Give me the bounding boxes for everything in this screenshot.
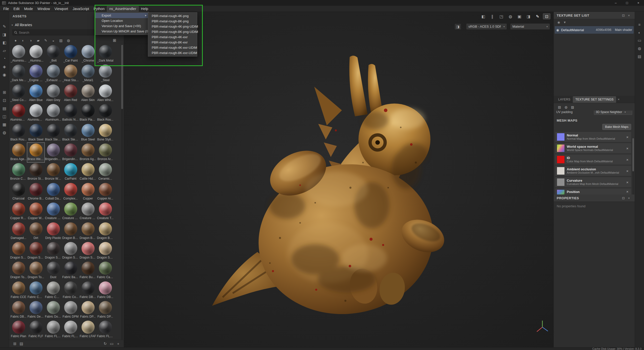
polygon-fill-tool-icon[interactable]: ▱ — [1, 47, 8, 54]
menu-option-export[interactable]: Export▶ — [95, 13, 149, 18]
remove-mesh-map-icon[interactable]: × — [625, 146, 630, 151]
asset-item[interactable]: _Belt — [45, 44, 62, 64]
asset-item[interactable]: Black Plastic — [79, 103, 97, 123]
asset-item[interactable]: Fabric Dob... — [45, 300, 62, 320]
asset-item[interactable]: Alien Blue — [27, 84, 45, 103]
filter-sets-icon[interactable]: ▼ — [562, 20, 568, 25]
asset-item[interactable]: Fabric CCE... — [45, 281, 62, 300]
assets-scrollbar-thumb[interactable] — [121, 45, 123, 109]
asset-item[interactable]: Fabric DB... — [10, 300, 27, 320]
remove-mesh-map-icon[interactable]: × — [625, 158, 630, 162]
mesh-map-id[interactable]: IDColor Map from Mesh DefaultMaterial× — [555, 155, 631, 165]
asset-item[interactable]: Black Steel... — [62, 123, 79, 143]
tab-texture-set-settings[interactable]: TEXTURE SET SETTINGS — [573, 96, 616, 103]
clone-tool-icon[interactable]: ◈ — [1, 63, 8, 70]
alphas-filter-icon[interactable]: ◒ — [50, 37, 57, 43]
eraser-tool-icon[interactable]: ◨ — [1, 31, 8, 38]
shading-mode-dropdown[interactable]: Material ▾ — [510, 23, 550, 30]
asset-item[interactable]: Fabric CCE — [10, 281, 27, 300]
asset-item[interactable]: Fabric FLF — [27, 320, 45, 339]
asset-item[interactable]: Dragon Bo... — [62, 222, 79, 241]
library-selector[interactable]: ▾ All libraries — [12, 22, 32, 28]
settings-scrollbar-thumb[interactable] — [632, 138, 634, 171]
asset-item[interactable]: Bronze Co... — [10, 162, 27, 182]
camera-mode-icon[interactable]: ▦ — [1, 121, 8, 128]
asset-item[interactable]: _Exhaust P... — [45, 64, 62, 83]
smart-masks-filter-icon[interactable]: ◑ — [27, 37, 34, 43]
share-icon[interactable]: ⊡ — [1, 97, 8, 104]
asset-item[interactable]: Alien Skin — [79, 84, 97, 103]
remove-mesh-map-icon[interactable]: × — [625, 180, 630, 184]
asset-item[interactable]: Dragon Sc... — [97, 241, 114, 261]
texture-set-row[interactable]: ◉ DefaultMaterial 4096x4096 Main shader — [555, 26, 634, 34]
asset-item[interactable]: Dragon Sc... — [27, 241, 45, 261]
asset-item[interactable]: Bronze Sta... — [27, 162, 45, 182]
viewport-settings-icon[interactable]: ◧ — [479, 13, 487, 19]
asset-item[interactable]: Black Steel... — [45, 123, 62, 143]
asset-item[interactable]: Alien Whit... — [97, 84, 114, 103]
maximize-button[interactable]: □ — [621, 0, 633, 6]
render-mode-icon[interactable]: ▣ — [516, 13, 523, 19]
asset-item[interactable]: Fabric Bas... — [62, 261, 79, 280]
asset-item[interactable]: _Car Paint — [62, 44, 79, 64]
viewport-3d[interactable]: ◧∥◳◍▣◨✎⊡ ◨ sRGB - ACES 1.0 SDR-video ▾ M… — [124, 12, 553, 347]
smudge-tool-icon[interactable]: ◔ — [1, 55, 8, 62]
asset-item[interactable]: Creature S... — [62, 202, 79, 221]
asset-item[interactable]: Brigandine... — [45, 143, 62, 162]
asset-item[interactable]: Fabric DP... — [97, 300, 114, 320]
asset-item[interactable]: Fabric Plan — [10, 320, 27, 339]
reload-shelf-icon[interactable]: ↻ — [102, 341, 108, 347]
asset-item[interactable]: Aluminum... — [45, 103, 62, 123]
tonemap-icon[interactable]: ◨ — [455, 24, 461, 30]
menu-item-javascript[interactable]: JavaScript — [70, 6, 91, 12]
solo-mode-icon[interactable]: ◫ — [1, 113, 8, 120]
menu-item-edit[interactable]: Edit — [11, 6, 22, 12]
asset-item[interactable]: Fabric FLF... — [97, 320, 114, 339]
asset-item[interactable]: Copper Ar... — [97, 182, 114, 202]
asset-item[interactable]: Fabric Co... — [62, 281, 79, 300]
asset-item[interactable]: Bone Styli... — [97, 123, 114, 143]
grid-view-icon[interactable]: ⊞ — [111, 37, 118, 43]
environment-panel-icon[interactable]: ◍ — [636, 45, 643, 52]
asset-item[interactable]: Black Steel — [27, 123, 45, 143]
asset-item[interactable]: Fabric CCE... — [27, 281, 45, 300]
menu-option-open-location[interactable]: Open Location — [95, 18, 149, 23]
resources-icon[interactable]: ◍ — [1, 129, 8, 136]
asset-item[interactable]: _Aluminiu... — [10, 44, 27, 64]
assets-scrollbar[interactable] — [121, 44, 123, 340]
asset-item[interactable]: Charcoal — [10, 182, 27, 202]
asset-item[interactable]: Black Rou... — [97, 103, 114, 123]
viewport-3d-model[interactable] — [124, 12, 553, 347]
navigation-gizmo[interactable] — [535, 319, 550, 334]
asset-item[interactable]: Dragon Sc... — [10, 241, 27, 261]
menu-option-version-up-and-save-00[interactable]: Version Up and Save (+00) — [95, 23, 149, 29]
asset-item[interactable]: Bronze Ar... — [97, 143, 114, 162]
remove-mesh-map-icon[interactable]: × — [625, 169, 630, 173]
submenu-option-pbr-metal-rough-4k-exr-udim[interactable]: PBR-metal-rough-4K-exr-UDIM — [148, 45, 197, 50]
undock-panel-icon[interactable]: ⊡ — [621, 195, 626, 201]
uv-padding-dropdown[interactable]: 3D Space Neighbor ▾ — [594, 111, 632, 115]
asset-item[interactable]: Fabric DPM — [62, 300, 79, 320]
brush-preview-icon[interactable]: ✎ — [534, 13, 541, 19]
asset-item[interactable]: _Metal1 — [79, 64, 97, 83]
asset-item[interactable]: Fabric FLF... — [45, 320, 62, 339]
asset-item[interactable]: Fabric Can... — [97, 261, 114, 280]
menu-item-python[interactable]: Python — [91, 6, 107, 12]
mesh-map-position[interactable]: Position× — [555, 188, 631, 194]
asset-item[interactable]: Brass Wear... — [27, 143, 45, 162]
mesh-map-ambient-occlusion[interactable]: Ambient occlusionAmbient Occlusion M...e… — [555, 166, 631, 176]
asset-item[interactable]: Dragon To... — [27, 261, 45, 280]
paint-tool-icon[interactable]: ✎ — [1, 23, 8, 30]
asset-item[interactable]: Blue Steel — [79, 123, 97, 143]
asset-item[interactable]: CarPaint — [62, 162, 79, 182]
menu-option-version-up-minor-and-save-00[interactable]: Version Up MINOR and Save (00+) — [95, 29, 149, 34]
asset-item[interactable]: Complex... — [62, 182, 79, 202]
asset-item[interactable]: Bronze We... — [45, 162, 62, 182]
asset-item[interactable]: Fabric DP... — [79, 300, 97, 320]
asset-item[interactable]: Dirt — [27, 222, 45, 241]
settings-scrollbar[interactable] — [632, 138, 634, 196]
minimize-button[interactable]: – — [610, 0, 621, 6]
tab-layers[interactable]: LAYERS — [556, 96, 573, 103]
details-view-icon[interactable]: ▤ — [18, 341, 25, 347]
screenshot-icon[interactable]: ⊡ — [543, 13, 550, 19]
